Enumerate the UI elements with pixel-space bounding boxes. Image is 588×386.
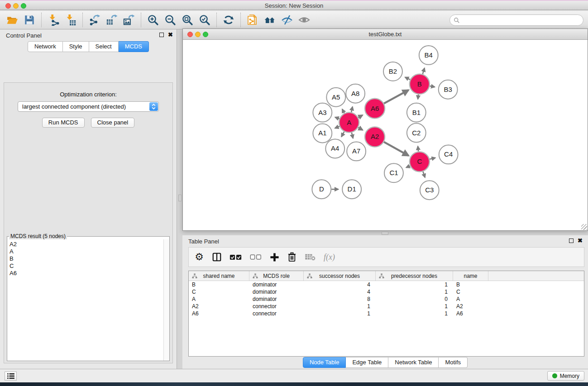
vertical-splitter-handle[interactable]: [178, 195, 182, 201]
table-settings-icon[interactable]: ⚙: [194, 251, 204, 263]
network-node-C[interactable]: C: [410, 152, 430, 172]
edge-C-C3[interactable]: [423, 172, 425, 177]
table-cell[interactable]: A6: [453, 310, 488, 317]
table-cell[interactable]: 0: [376, 295, 453, 303]
table-cell[interactable]: B: [453, 281, 488, 288]
table-row[interactable]: Cdominator41C: [189, 288, 584, 295]
table-cell[interactable]: 1: [376, 288, 453, 295]
network-node-A4[interactable]: A4: [325, 139, 344, 158]
table-cell[interactable]: C: [453, 288, 488, 295]
network-node-A5[interactable]: A5: [326, 88, 345, 107]
table-row[interactable]: Bdominator41B: [189, 281, 584, 288]
zoom-fit-icon[interactable]: [181, 13, 194, 27]
add-column-icon[interactable]: [269, 251, 279, 263]
result-item[interactable]: A6: [10, 270, 163, 277]
network-node-A2[interactable]: A2: [365, 127, 385, 147]
open-file-icon[interactable]: [5, 13, 19, 27]
table-cell[interactable]: A2: [189, 303, 249, 310]
result-item[interactable]: A2: [10, 241, 163, 248]
table-cell[interactable]: 4: [304, 288, 376, 295]
import-network-icon[interactable]: [47, 13, 60, 27]
edge-A-A6[interactable]: [358, 115, 363, 117]
edge-A-A3[interactable]: [335, 117, 339, 119]
resize-grip-icon[interactable]: [581, 224, 587, 230]
memory-button[interactable]: Memory: [547, 371, 584, 381]
edge-A6-B[interactable]: [384, 90, 408, 104]
table-cell[interactable]: dominator: [249, 281, 304, 288]
table-cell[interactable]: A: [453, 295, 488, 303]
table-cell[interactable]: connector: [249, 310, 304, 317]
network-node-B3[interactable]: B3: [439, 80, 458, 99]
zoom-out-icon[interactable]: [163, 13, 177, 27]
tab-edge-table[interactable]: Edge Table: [346, 357, 388, 368]
delete-column-icon[interactable]: [287, 251, 297, 263]
column-header-MCDS-role[interactable]: MCDS role: [249, 271, 304, 281]
save-session-icon[interactable]: [23, 13, 36, 27]
network-node-C3[interactable]: C3: [420, 181, 439, 200]
result-item[interactable]: B: [10, 255, 163, 262]
tab-network[interactable]: Network: [28, 41, 63, 52]
edge-A-A1[interactable]: [335, 126, 339, 128]
hide-glasses-icon[interactable]: [280, 13, 294, 27]
column-header-successor-nodes[interactable]: successor nodes: [304, 271, 376, 281]
network-node-B[interactable]: B: [410, 74, 430, 94]
edge-B-B1[interactable]: [418, 95, 418, 99]
search-input[interactable]: [449, 14, 583, 26]
edge-A-A8[interactable]: [351, 107, 353, 112]
table-row[interactable]: A6connector11A6: [189, 310, 584, 317]
table-cell[interactable]: 1: [376, 310, 453, 317]
column-layout-icon[interactable]: [212, 251, 222, 263]
edge-A-A2[interactable]: [358, 128, 363, 130]
home-icon[interactable]: [263, 13, 277, 27]
network-node-D1[interactable]: D1: [342, 180, 361, 199]
table-row[interactable]: A2connector11A2: [189, 303, 584, 310]
network-node-C4[interactable]: C4: [439, 145, 458, 164]
network-node-A8[interactable]: A8: [346, 84, 365, 103]
table-cell[interactable]: A: [189, 295, 249, 303]
network-node-C2[interactable]: C2: [407, 124, 426, 143]
network-window-titlebar[interactable]: testGlobe.txt: [183, 29, 588, 40]
table-cell[interactable]: dominator: [249, 288, 304, 295]
delete-table-icon[interactable]: [305, 251, 316, 263]
column-header-name[interactable]: name: [453, 271, 488, 281]
edge-C-C2[interactable]: [418, 146, 418, 151]
edge-B-B2[interactable]: [405, 77, 410, 80]
import-table-icon[interactable]: [64, 13, 77, 27]
result-scrollbar[interactable]: [163, 239, 169, 361]
function-builder-icon[interactable]: f(x): [324, 251, 335, 263]
show-eye-icon[interactable]: [297, 13, 311, 27]
column-header-shared-name[interactable]: shared name: [189, 271, 249, 281]
table-cell[interactable]: 4: [304, 281, 376, 288]
column-header-predecessor-nodes[interactable]: predecessor nodes: [376, 271, 453, 281]
export-image-icon[interactable]: [122, 13, 136, 27]
result-item[interactable]: A: [10, 248, 163, 255]
tab-mcds[interactable]: MCDS: [119, 41, 149, 52]
select-all-icon[interactable]: [229, 251, 242, 263]
run-mcds-button[interactable]: Run MCDS: [42, 118, 85, 128]
table-cell[interactable]: B: [189, 281, 249, 288]
network-node-A3[interactable]: A3: [313, 103, 332, 122]
tab-network-table[interactable]: Network Table: [388, 357, 439, 368]
network-node-B1[interactable]: B1: [407, 103, 426, 122]
zoom-selected-icon[interactable]: [198, 13, 211, 27]
task-history-button[interactable]: [5, 372, 17, 381]
edge-B-B4[interactable]: [423, 68, 425, 74]
table-cell[interactable]: A6: [189, 310, 249, 317]
export-table-icon[interactable]: [105, 13, 119, 27]
table-cell[interactable]: 1: [304, 303, 376, 310]
table-cell[interactable]: 1: [376, 281, 453, 288]
edge-B-B3[interactable]: [430, 86, 435, 87]
horizontal-splitter-handle[interactable]: [382, 232, 388, 235]
float-table-panel-icon[interactable]: [569, 238, 574, 243]
zoom-in-icon[interactable]: [146, 13, 160, 27]
export-network-icon[interactable]: [88, 13, 101, 27]
network-node-A7[interactable]: A7: [347, 142, 366, 161]
edge-A-A5[interactable]: [342, 109, 344, 113]
close-table-panel-icon[interactable]: ✖: [578, 238, 583, 243]
table-cell[interactable]: 1: [376, 303, 453, 310]
tab-motifs[interactable]: Motifs: [439, 357, 468, 368]
table-row[interactable]: Adominator80A: [189, 295, 584, 303]
refresh-icon[interactable]: [222, 13, 235, 27]
edge-C-C1[interactable]: [406, 166, 410, 168]
network-graph[interactable]: AA1A2A3A4A5A6A7A8BB1B2B3B4CC1C2C3C4DD1: [183, 40, 588, 230]
